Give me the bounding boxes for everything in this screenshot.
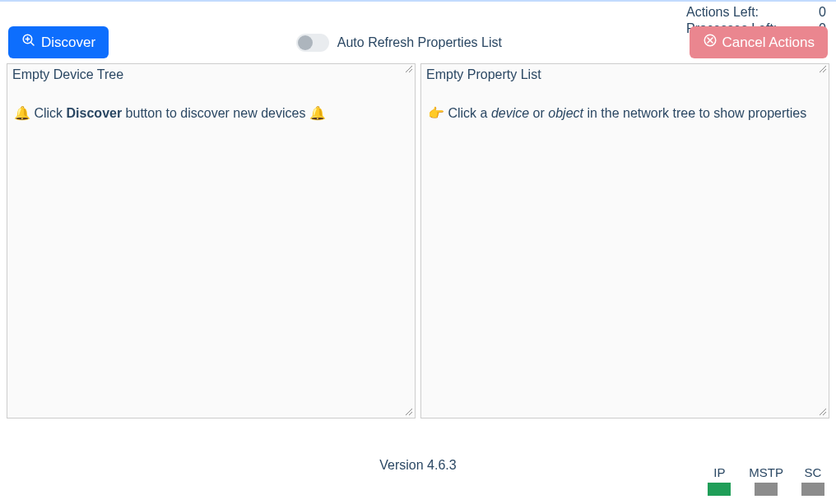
legend-item-ip: IP bbox=[708, 465, 731, 496]
bell-icon: 🔔 bbox=[309, 106, 326, 120]
device-tree-hint: 🔔 Click Discover button to discover new … bbox=[7, 86, 415, 141]
auto-refresh-label: Auto Refresh Properties List bbox=[337, 35, 502, 50]
discover-button-label: Discover bbox=[41, 35, 95, 51]
device-tree-panel: Empty Device Tree 🔔 Click Discover butto… bbox=[7, 63, 416, 418]
legend-item-sc: SC bbox=[801, 465, 824, 496]
hint-italic-device: device bbox=[491, 106, 529, 120]
legend-item-mstp: MSTP bbox=[749, 465, 783, 496]
legend-swatch-mstp bbox=[755, 483, 778, 496]
hint-suffix: in the network tree to show properties bbox=[583, 106, 806, 120]
legend-swatch-sc bbox=[801, 483, 824, 496]
actions-left-value: 0 bbox=[819, 5, 826, 20]
panels-container: Empty Device Tree 🔔 Click Discover butto… bbox=[0, 63, 836, 418]
toggle-knob bbox=[298, 35, 313, 50]
bell-icon: 🔔 bbox=[14, 106, 30, 120]
legend-label: MSTP bbox=[749, 465, 783, 479]
hint-mid: or bbox=[529, 106, 548, 120]
legend-label: IP bbox=[713, 465, 725, 479]
legend-label: SC bbox=[805, 465, 822, 479]
footer-bar: IP MSTP SC bbox=[0, 465, 836, 496]
hint-prefix: Click a bbox=[448, 106, 490, 120]
hint-text: Click bbox=[34, 106, 66, 120]
zoom-in-icon bbox=[21, 33, 36, 52]
cancel-actions-button[interactable]: Cancel Actions bbox=[690, 26, 828, 58]
resize-handle-icon bbox=[818, 408, 828, 417]
discover-button[interactable]: Discover bbox=[8, 26, 109, 58]
property-list-title: Empty Property List bbox=[421, 64, 829, 86]
hint-italic-object: object bbox=[548, 106, 583, 120]
legend: IP MSTP SC bbox=[708, 465, 824, 496]
property-list-hint: 👉 Click a device or object in the networ… bbox=[421, 86, 829, 141]
legend-swatch-ip bbox=[708, 483, 731, 496]
actions-left-row: Actions Left: 0 bbox=[686, 5, 826, 20]
toolbar: Discover Auto Refresh Properties List Ca… bbox=[0, 26, 836, 63]
pointing-hand-icon: 👉 bbox=[428, 106, 444, 120]
top-accent-line bbox=[0, 0, 836, 2]
auto-refresh-toggle[interactable] bbox=[296, 34, 329, 52]
cancel-icon bbox=[703, 33, 718, 52]
cancel-actions-button-label: Cancel Actions bbox=[722, 35, 815, 51]
resize-handle-icon bbox=[404, 408, 414, 417]
svg-line-1 bbox=[30, 42, 34, 45]
auto-refresh-toggle-group: Auto Refresh Properties List bbox=[296, 34, 502, 52]
property-list-panel: Empty Property List 👉 Click a device or … bbox=[420, 63, 829, 418]
hint-suffix: button to discover new devices bbox=[122, 106, 309, 120]
device-tree-title: Empty Device Tree bbox=[7, 64, 415, 86]
hint-bold: Discover bbox=[67, 106, 123, 120]
actions-left-label: Actions Left: bbox=[686, 5, 759, 20]
